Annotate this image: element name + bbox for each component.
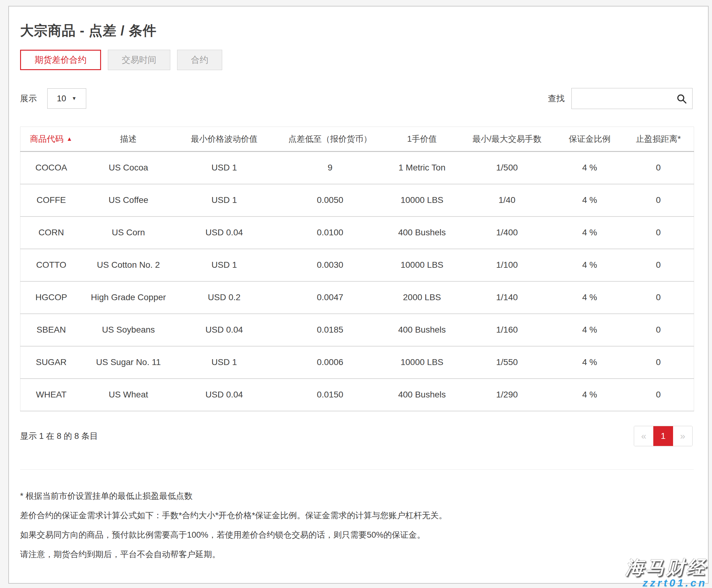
table-row: SBEAN US Soybeans USD 0.04 0.0185 400 Bu… (20, 314, 694, 346)
pagination-page-1-button[interactable]: 1 (653, 426, 673, 446)
table-header-row: 商品代码▲ 描述 最小价格波动价值 点差低至（报价货币） 1手价值 最小/最大交… (20, 127, 694, 152)
cell-spread-from: 0.0150 (274, 379, 387, 411)
column-header-margin-ratio[interactable]: 保证金比例 (556, 127, 623, 152)
watermark-brand-text: 海马财经 (626, 558, 707, 577)
search-icon[interactable] (676, 93, 687, 104)
cell-min-tick-value: USD 0.04 (175, 379, 274, 411)
cell-min-max-lots: 1/40 (458, 184, 556, 216)
column-header-symbol[interactable]: 商品代码▲ (20, 127, 82, 152)
table-header: 商品代码▲ 描述 最小价格波动价值 点差低至（报价货币） 1手价值 最小/最大交… (20, 127, 694, 152)
table-row: COTTO US Cotton No. 2 USD 1 0.0030 10000… (20, 249, 694, 281)
cell-margin-ratio: 4 % (556, 379, 623, 411)
cell-description: US Wheat (82, 379, 175, 411)
cell-description: US Cotton No. 2 (82, 249, 175, 281)
column-header-spread-from[interactable]: 点差低至（报价货币） (274, 127, 387, 152)
cell-margin-ratio: 4 % (556, 346, 623, 379)
cell-description: US Corn (82, 216, 175, 249)
search-label: 查找 (548, 93, 565, 104)
entries-per-page-value: 10 (57, 94, 66, 103)
cell-tp-sl-distance: 0 (623, 249, 694, 281)
table-row: HGCOP High Grade Copper USD 0.2 0.0047 2… (20, 281, 694, 314)
cell-description: US Soybeans (82, 314, 175, 346)
cell-symbol: COCOA (20, 152, 82, 184)
cell-lot-value: 10000 LBS (387, 184, 458, 216)
content-panel: 大宗商品 - 点差 / 条件 期货差价合约 交易时间 合约 展示 10 ▼ 查找 (8, 6, 709, 584)
cell-spread-from: 0.0047 (274, 281, 387, 314)
chevron-down-icon: ▼ (72, 96, 77, 101)
pagination-next-button[interactable]: » (673, 426, 692, 446)
cell-lot-value: 1 Metric Ton (387, 152, 458, 184)
entries-per-page-select[interactable]: 10 ▼ (47, 88, 86, 109)
footnote-line: 请注意，期货合约到期后，平台不会自动帮客户延期。 (20, 550, 693, 559)
footnotes: * 根据当前市价设置挂单的最低止损盈最低点数 差价合约的保证金需求计算公式如下：… (20, 491, 693, 559)
column-header-min-tick-value[interactable]: 最小价格波动价值 (175, 127, 274, 152)
cell-lot-value: 2000 LBS (387, 281, 458, 314)
cell-description: High Grade Copper (82, 281, 175, 314)
cell-min-max-lots: 1/100 (458, 249, 556, 281)
show-entries-label: 展示 (20, 93, 37, 104)
entries-summary: 显示 1 在 8 的 8 条目 (20, 430, 98, 442)
tab-futures-cfd[interactable]: 期货差价合约 (20, 50, 101, 70)
cell-min-tick-value: USD 1 (175, 152, 274, 184)
cell-margin-ratio: 4 % (556, 184, 623, 216)
cell-spread-from: 0.0185 (274, 314, 387, 346)
cell-min-max-lots: 1/160 (458, 314, 556, 346)
table-row: COFFE US Coffee USD 1 0.0050 10000 LBS 1… (20, 184, 694, 216)
page-bottom-strip (0, 584, 712, 588)
cell-lot-value: 400 Bushels (387, 314, 458, 346)
cell-symbol: SUGAR (20, 346, 82, 379)
footnote-line: 差价合约的保证金需求计算公式如下：手数*合约大小*开仓价格*保证金比例。保证金需… (20, 511, 693, 520)
cell-margin-ratio: 4 % (556, 249, 623, 281)
cell-margin-ratio: 4 % (556, 152, 623, 184)
cell-symbol: HGCOP (20, 281, 82, 314)
cell-tp-sl-distance: 0 (623, 216, 694, 249)
commodities-table: 商品代码▲ 描述 最小价格波动价值 点差低至（报价货币） 1手价值 最小/最大交… (20, 127, 694, 411)
column-header-tp-sl-distance[interactable]: 止盈损距离* (623, 127, 694, 152)
table-row: CORN US Corn USD 0.04 0.0100 400 Bushels… (20, 216, 694, 249)
cell-min-max-lots: 1/400 (458, 216, 556, 249)
table-row: COCOA US Cocoa USD 1 9 1 Metric Ton 1/50… (20, 152, 694, 184)
cell-lot-value: 400 Bushels (387, 216, 458, 249)
cell-tp-sl-distance: 0 (623, 152, 694, 184)
cell-min-tick-value: USD 1 (175, 249, 274, 281)
cell-symbol: WHEAT (20, 379, 82, 411)
cell-spread-from: 0.0006 (274, 346, 387, 379)
cell-symbol: CORN (20, 216, 82, 249)
cell-min-max-lots: 1/500 (458, 152, 556, 184)
cell-spread-from: 0.0030 (274, 249, 387, 281)
cell-min-tick-value: USD 1 (175, 346, 274, 379)
cell-min-tick-value: USD 1 (175, 184, 274, 216)
cell-description: US Cocoa (82, 152, 175, 184)
table-body: COCOA US Cocoa USD 1 9 1 Metric Ton 1/50… (20, 152, 694, 411)
cell-lot-value: 400 Bushels (387, 379, 458, 411)
tab-contracts[interactable]: 合约 (177, 50, 222, 70)
cell-min-tick-value: USD 0.2 (175, 281, 274, 314)
cell-margin-ratio: 4 % (556, 314, 623, 346)
cell-tp-sl-distance: 0 (623, 346, 694, 379)
tab-trading-hours[interactable]: 交易时间 (108, 50, 170, 70)
watermark-url-text: zzrt01.cn (626, 578, 707, 588)
cell-spread-from: 0.0100 (274, 216, 387, 249)
cell-min-max-lots: 1/140 (458, 281, 556, 314)
table-footer: 显示 1 在 8 的 8 条目 « 1 » (20, 426, 693, 446)
cell-description: US Coffee (82, 184, 175, 216)
footnote-line: 如果交易同方向的商品，预付款比例需要高于100%，若使用差价合约锁仓交易的话，则… (20, 530, 693, 540)
cell-symbol: SBEAN (20, 314, 82, 346)
cell-spread-from: 0.0050 (274, 184, 387, 216)
search-input[interactable] (572, 88, 692, 109)
column-header-description[interactable]: 描述 (82, 127, 175, 152)
column-header-min-max-lots[interactable]: 最小/最大交易手数 (458, 127, 556, 152)
cell-description: US Sugar No. 11 (82, 346, 175, 379)
cell-min-max-lots: 1/290 (458, 379, 556, 411)
cell-tp-sl-distance: 0 (623, 314, 694, 346)
cell-tp-sl-distance: 0 (623, 184, 694, 216)
pagination: « 1 » (634, 426, 693, 446)
site-watermark: 海马财经 zzrt01.cn (626, 558, 707, 588)
pagination-prev-button[interactable]: « (634, 426, 653, 446)
cell-min-tick-value: USD 0.04 (175, 314, 274, 346)
cell-tp-sl-distance: 0 (623, 379, 694, 411)
section-divider (20, 469, 694, 470)
table-controls: 展示 10 ▼ 查找 (20, 88, 693, 109)
footnote-line: * 根据当前市价设置挂单的最低止损盈最低点数 (20, 491, 693, 501)
column-header-lot-value[interactable]: 1手价值 (387, 127, 458, 152)
